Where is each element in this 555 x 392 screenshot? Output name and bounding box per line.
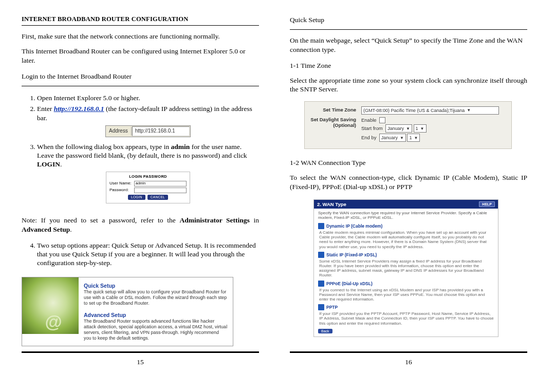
password-label: Password: [109,188,132,193]
wan-fig-header: 2. WAN Type HELP [314,200,498,209]
enable-checkbox [379,117,385,123]
step-2: Enter http://192.168.0.1 (the factory-de… [37,104,259,137]
set-timezone-label: Set Time Zone [309,106,356,113]
step-4: Two setup options appear: Quick Setup or… [37,241,259,268]
end-by-label: End by [361,135,377,140]
intro-2: This Internet Broadband Router can be co… [22,47,259,65]
wan-type-figure: 2. WAN Type HELP Specify the WAN connect… [313,199,498,337]
step-1: Open Internet Explorer 5.0 or higher. [37,94,259,102]
config-title: INTERNET BROADBAND ROUTER CONFIGURATION [22,15,259,23]
note-a: Note: If you need to set a password, ref… [22,216,179,224]
chevron-down-icon: ▼ [467,108,471,113]
chevron-down-icon: ▼ [400,136,404,140]
wan-heading: 1-2 WAN Connection Type [290,158,527,167]
pptp-desc: If your ISP provided you the PPTP Accoun… [319,311,494,326]
timezone-figure: Set Time Zone (GMT-08:00) Pacific Time (… [304,101,512,149]
pptp-link: PPTP [326,305,338,310]
pppoe-link: PPPoE (Dial-Up xDSL) [326,281,373,286]
address-input: http://192.168.0.1 [132,126,190,136]
globe-icon [318,281,324,287]
quick-setup-heading: Quick Setup [84,283,228,289]
address-bar-figure: Address http://192.168.0.1 [105,125,191,137]
step-3-c: . [60,160,62,168]
login-literal: LOGIN [37,160,60,168]
login-heading: Login to the Internet Broadband Router [22,72,259,81]
dynamic-ip-desc: A Cable modem requires minimal configura… [319,230,494,249]
setup-options-figure: @ Quick Setup The quick setup will allow… [22,277,233,346]
login-dialog-title: LOGIN PASSWORD [109,174,187,179]
start-from-label: Start from [361,125,383,131]
quick-setup-heading-r: Quick Setup [290,15,527,24]
end-day-value: 1 [409,135,412,140]
username-input: admin [134,181,187,186]
static-ip-link: Static IP (Fixed-IP xDSL) [326,252,377,257]
step-2-a: Enter [37,105,54,113]
start-day-select: 1▼ [414,124,427,133]
page-number-right: 16 [290,358,527,366]
timezone-heading: 1-1 Time Zone [290,61,527,70]
end-day-select: 1▼ [407,134,420,142]
address-label: Address [106,127,132,136]
steps-list: Open Internet Explorer 5.0 or higher. En… [22,91,259,210]
timezone-select: (GMT-08:00) Pacific Time (US & Canada);T… [361,106,499,115]
note-text: Note: If you need to set a password, ref… [22,216,259,234]
at-symbol: @ [45,312,62,332]
setup-image: @ [22,277,79,334]
quick-setup-text: On the main webpage, select “Quick Setup… [290,36,527,54]
router-ip-link[interactable]: http://192.168.0.1 [54,105,104,113]
note-b: in [250,216,259,224]
login-dialog-figure: LOGIN PASSWORD User Name: admin Password… [106,172,190,203]
note-c: . [70,226,71,233]
note-bold-2: Advanced Setup [22,226,70,233]
globe-icon [318,304,324,310]
end-month-select: January▼ [379,134,406,142]
end-month-value: January [381,135,398,140]
step-3: When the following dialog box appears, t… [37,142,259,204]
footer-rule [290,351,527,353]
globe-icon [318,252,324,258]
setup-text-block: Quick Setup The quick setup will allow y… [79,277,233,346]
dynamic-ip-link: Dynamic IP (Cable modem) [326,223,382,229]
steps-list-2: Two setup options appear: Quick Setup or… [22,239,259,270]
chevron-down-icon: ▼ [414,136,418,140]
pppoe-desc: If you connect to the Internet using an … [319,288,494,302]
page-left: INTERNET BROADBAND ROUTER CONFIGURATION … [22,15,259,366]
globe-icon [318,223,324,229]
chevron-down-icon: ▼ [406,126,410,131]
set-ds-label: Set Daylight Saving (Optional) [309,116,356,128]
login-button: LOGIN [128,195,145,200]
note-bold-1: Administrator Settings [179,216,249,224]
username-label: User Name: [109,181,132,186]
static-ip-desc: Some xDSL Internet Service Providers may… [319,259,494,278]
back-button: Back [318,329,332,333]
admin-literal: admin [171,143,190,151]
page-right: Quick Setup On the main webpage, select … [290,15,527,366]
wan-text: To select the WAN connection-type, click… [290,173,527,191]
advanced-setup-desc: The Broadband Router supports advanced f… [84,319,228,342]
wan-lead: Specify the WAN connection type required… [318,211,494,220]
intro-1: First, make sure that the network connec… [22,32,259,41]
timezone-value: (GMT-08:00) Pacific Time (US & Canada);T… [363,108,465,113]
wan-fig-title: 2. WAN Type [317,201,346,207]
rule [22,25,259,26]
page-number-left: 15 [22,358,259,366]
footer-rule [22,351,259,353]
start-month-select: January▼ [385,124,412,133]
rule [290,29,527,30]
timezone-text: Select the appropriate time zone so your… [290,76,527,94]
password-input [134,188,187,193]
advanced-setup-heading: Advanced Setup [84,312,228,319]
help-button: HELP [479,201,495,207]
start-day-value: 1 [416,126,418,131]
cancel-button: CANCEL [147,195,168,200]
step-3-a: When the following dialog box appears, t… [37,143,171,151]
start-month-value: January [387,126,404,131]
chevron-down-icon: ▼ [420,126,424,131]
enable-label: Enable [361,117,377,123]
rule [22,86,259,86]
quick-setup-desc: The quick setup will allow you to config… [84,289,228,307]
